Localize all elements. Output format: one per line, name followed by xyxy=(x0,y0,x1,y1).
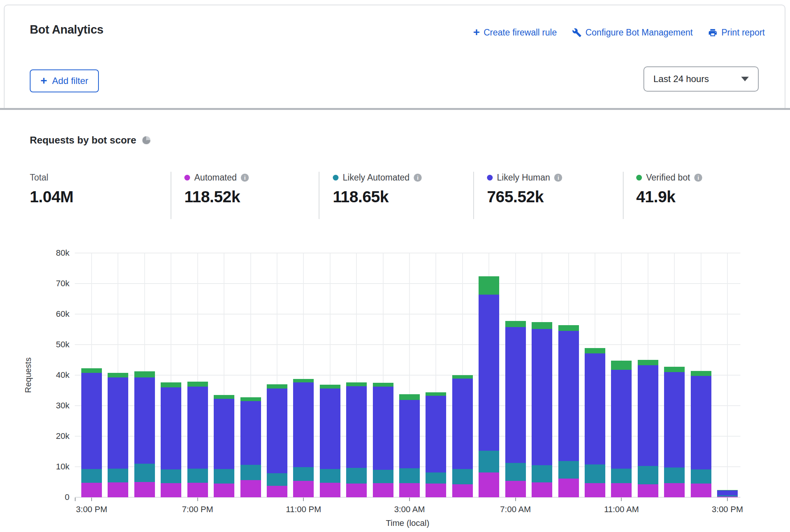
bar-segment-verified-bot[interactable] xyxy=(134,371,155,377)
bar-segment-likely-automated[interactable] xyxy=(134,464,155,482)
bar-segment-likely-human[interactable] xyxy=(346,386,367,468)
bar-segment-automated[interactable] xyxy=(108,482,128,497)
bar-segment-likely-human[interactable] xyxy=(452,379,473,469)
bar-segment-likely-human[interactable] xyxy=(585,353,605,464)
bar-segment-likely-human[interactable] xyxy=(532,329,552,465)
bar-segment-likely-automated[interactable] xyxy=(81,469,102,483)
bar-segment-likely-automated[interactable] xyxy=(611,469,632,483)
bar-segment-likely-automated[interactable] xyxy=(717,495,738,496)
bar-segment-automated[interactable] xyxy=(426,484,446,497)
bar-segment-likely-automated[interactable] xyxy=(267,473,287,486)
bar-segment-verified-bot[interactable] xyxy=(611,361,632,370)
bar-segment-verified-bot[interactable] xyxy=(161,382,181,387)
add-filter-button[interactable]: + Add filter xyxy=(30,69,99,92)
bar-segment-likely-human[interactable] xyxy=(426,396,446,472)
bar-segment-automated[interactable] xyxy=(134,482,155,497)
bar-segment-likely-automated[interactable] xyxy=(426,472,446,484)
bar-segment-verified-bot[interactable] xyxy=(267,384,287,389)
bar-segment-automated[interactable] xyxy=(346,484,367,497)
bar-segment-automated[interactable] xyxy=(399,483,420,497)
bar-segment-verified-bot[interactable] xyxy=(664,367,685,372)
bar-segment-verified-bot[interactable] xyxy=(240,397,261,401)
bar-segment-likely-human[interactable] xyxy=(399,400,420,468)
bar-segment-likely-human[interactable] xyxy=(479,295,499,451)
bar-segment-likely-automated[interactable] xyxy=(505,463,526,480)
bar-segment-likely-human[interactable] xyxy=(611,370,632,468)
bar-segment-likely-automated[interactable] xyxy=(585,464,605,484)
bar-segment-likely-human[interactable] xyxy=(293,382,314,467)
bar-segment-verified-bot[interactable] xyxy=(108,373,128,378)
info-icon[interactable]: i xyxy=(694,174,702,182)
bar-segment-likely-automated[interactable] xyxy=(373,470,393,483)
bar-segment-automated[interactable] xyxy=(479,472,499,497)
bar-segment-verified-bot[interactable] xyxy=(214,395,234,399)
bar-segment-likely-automated[interactable] xyxy=(320,469,340,483)
bar-segment-likely-human[interactable] xyxy=(638,365,658,466)
bar-segment-likely-automated[interactable] xyxy=(479,451,499,473)
bar-segment-likely-automated[interactable] xyxy=(293,467,314,481)
info-icon[interactable]: i xyxy=(554,174,562,182)
bar-segment-likely-human[interactable] xyxy=(505,327,526,463)
bar-segment-likely-human[interactable] xyxy=(664,372,685,468)
bar-segment-automated[interactable] xyxy=(558,479,579,497)
bar-segment-automated[interactable] xyxy=(585,483,605,497)
bar-segment-automated[interactable] xyxy=(214,484,234,497)
bar-segment-automated[interactable] xyxy=(452,484,473,497)
bar-segment-verified-bot[interactable] xyxy=(638,360,658,365)
bar-segment-verified-bot[interactable] xyxy=(187,382,208,387)
info-icon[interactable]: i xyxy=(414,174,422,182)
bar-segment-verified-bot[interactable] xyxy=(479,276,499,295)
bar-segment-likely-human[interactable] xyxy=(691,376,711,469)
configure-bot-management-link[interactable]: Configure Bot Management xyxy=(572,27,693,38)
bar-segment-verified-bot[interactable] xyxy=(691,371,711,376)
bar-segment-automated[interactable] xyxy=(664,483,685,497)
create-firewall-rule-link[interactable]: + Create firewall rule xyxy=(473,27,557,38)
bar-segment-verified-bot[interactable] xyxy=(585,348,605,353)
bar-segment-likely-human[interactable] xyxy=(108,377,128,468)
bar-segment-verified-bot[interactable] xyxy=(399,394,420,400)
info-icon[interactable]: i xyxy=(241,174,249,182)
bar-segment-automated[interactable] xyxy=(717,497,738,497)
bar-segment-automated[interactable] xyxy=(267,486,287,497)
bar-segment-likely-automated[interactable] xyxy=(532,465,552,482)
bar-segment-likely-human[interactable] xyxy=(240,401,261,465)
bar-segment-automated[interactable] xyxy=(81,483,102,497)
bar-segment-verified-bot[interactable] xyxy=(293,379,314,383)
bar-segment-verified-bot[interactable] xyxy=(505,321,526,327)
bar-segment-verified-bot[interactable] xyxy=(426,392,446,396)
bar-segment-likely-automated[interactable] xyxy=(214,469,234,484)
bar-segment-verified-bot[interactable] xyxy=(81,368,102,373)
bar-segment-automated[interactable] xyxy=(320,483,340,497)
bar-segment-likely-automated[interactable] xyxy=(346,468,367,484)
bar-segment-likely-human[interactable] xyxy=(267,389,287,473)
bar-segment-automated[interactable] xyxy=(373,483,393,497)
bar-segment-automated[interactable] xyxy=(691,484,711,497)
bar-segment-likely-human[interactable] xyxy=(558,331,579,461)
bar-segment-likely-automated[interactable] xyxy=(638,466,658,484)
bar-segment-likely-human[interactable] xyxy=(373,387,393,470)
bar-segment-likely-human[interactable] xyxy=(717,490,738,496)
bar-segment-likely-automated[interactable] xyxy=(558,461,579,479)
bar-segment-likely-automated[interactable] xyxy=(691,469,711,484)
bar-segment-likely-automated[interactable] xyxy=(187,469,208,483)
bar-segment-verified-bot[interactable] xyxy=(373,383,393,387)
bar-segment-automated[interactable] xyxy=(293,481,314,497)
bar-segment-automated[interactable] xyxy=(611,483,632,497)
bar-segment-likely-human[interactable] xyxy=(81,373,102,469)
time-range-select[interactable]: Last 24 hours xyxy=(643,66,759,92)
bar-segment-likely-automated[interactable] xyxy=(664,468,685,484)
bar-segment-verified-bot[interactable] xyxy=(346,382,367,386)
bar-segment-likely-human[interactable] xyxy=(161,387,181,469)
bar-segment-verified-bot[interactable] xyxy=(452,375,473,379)
bar-segment-likely-automated[interactable] xyxy=(240,465,261,480)
bar-segment-likely-automated[interactable] xyxy=(108,469,128,482)
bar-segment-likely-human[interactable] xyxy=(320,389,340,469)
bar-segment-automated[interactable] xyxy=(638,484,658,497)
bar-segment-likely-automated[interactable] xyxy=(399,468,420,483)
bar-segment-likely-human[interactable] xyxy=(187,387,208,468)
bar-segment-verified-bot[interactable] xyxy=(717,490,738,490)
bar-segment-likely-human[interactable] xyxy=(214,399,234,469)
bar-segment-automated[interactable] xyxy=(161,483,181,497)
bar-segment-automated[interactable] xyxy=(240,480,261,497)
bar-segment-verified-bot[interactable] xyxy=(558,325,579,331)
